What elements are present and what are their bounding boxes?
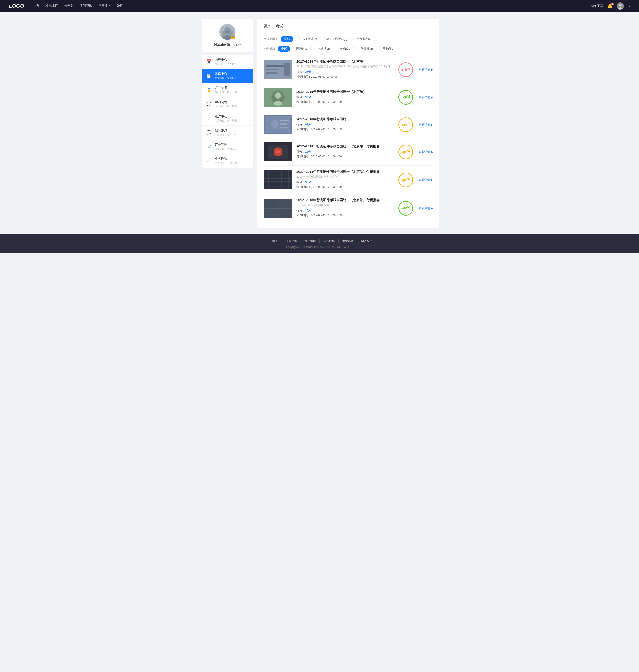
- footer-link-franchise[interactable]: 加盟代理: [282, 239, 301, 243]
- profile-edit-icon[interactable]: ✏: [238, 43, 241, 46]
- chevron-right-icon: ▶: [431, 96, 433, 99]
- svg-rect-31: [268, 170, 269, 189]
- footer-link-partner[interactable]: 合作伙伴: [320, 239, 339, 243]
- filter-type-all[interactable]: 全部: [281, 36, 293, 42]
- notification-bell[interactable]: 🔔 1: [607, 3, 613, 9]
- tab-exam[interactable]: 考试: [276, 24, 283, 32]
- exam-score-4: 得分：25分: [296, 150, 393, 154]
- exam-info-3: 2017–2018年行测证件考试全国统一 得分：99分 考试时间：2019-05…: [296, 117, 393, 132]
- filter-status-all[interactable]: 全部: [278, 46, 290, 52]
- nav-link-news[interactable]: 新闻资讯: [80, 4, 92, 9]
- footer-link-disclaimer[interactable]: 免费声明: [339, 239, 357, 243]
- exam-detail-link-5[interactable]: 查看详情 ▶: [419, 178, 433, 182]
- exam-title-4: 2017–2018年行测证件考试全国统一（北京卷）付费批卷: [296, 144, 393, 148]
- filter-status-label: 考试状态: [264, 47, 275, 51]
- exam-time-3: 考试时间：2019-05-03 10：09：09: [296, 127, 393, 131]
- exam-detail-link-1[interactable]: 查看详情 ▶: [419, 68, 433, 71]
- chevron-right-icon: ▶: [431, 207, 433, 210]
- avatar[interactable]: [617, 2, 624, 10]
- exam-stamp-wrap-6: 已批阅: [397, 201, 415, 215]
- exam-thumb-4: [264, 142, 293, 161]
- page-wrapper: 🏅 Natalie Smith ✏ 📅 课程中心 精彩课程，不容错过 📋 题库中…: [198, 19, 441, 227]
- msg-icon: 💭: [206, 130, 213, 135]
- nav-link-open-course[interactable]: 公开课: [64, 4, 74, 9]
- exam-desc-5: 2018年行测考试是最值得多去研究: [296, 175, 393, 179]
- question-icon: 📋: [206, 74, 213, 78]
- order-icon: 📄: [206, 144, 213, 149]
- exam-stamp-5: 待批阅: [397, 171, 415, 189]
- settings-icon: ⚙: [206, 159, 213, 163]
- footer-links: 关于我们 加盟代理 网站地图 合作伙伴 免费声明 招贤纳士: [0, 239, 639, 243]
- sidebar-item-qa[interactable]: 💬 学习问答 课后重温、疑难解答: [202, 97, 253, 111]
- account-icon: ♡: [206, 116, 213, 121]
- nav-link-exam[interactable]: 题库: [117, 4, 123, 9]
- exam-score-1: 得分：25分: [296, 70, 393, 74]
- exam-detail-link-4[interactable]: 查看详情 ▶: [419, 150, 433, 154]
- exam-stamp-wrap-1: 未通过: [397, 62, 415, 77]
- sidebar-item-account[interactable]: ♡ 账户中心 个人权益、实时掌握: [202, 111, 253, 126]
- user-menu-chevron[interactable]: ▾: [629, 4, 630, 7]
- filter-status-reviewed[interactable]: 已批阅(2): [379, 46, 398, 52]
- filter-status-pending-review[interactable]: 待批阅(2): [357, 46, 376, 52]
- exam-thumb-1: [264, 60, 293, 79]
- exam-stamp-6: 已批阅: [397, 199, 415, 217]
- footer-link-sitemap[interactable]: 网站地图: [301, 239, 320, 243]
- sidebar-item-cert[interactable]: 🏅 证书荣誉 收获荣誉、持证上岗: [202, 83, 253, 97]
- filter-type-row: 考试类型： 全部 证书类考试(4) 随机抽题考试(5) 付费批卷(6): [264, 36, 433, 42]
- exam-score-5: 得分：99分: [296, 180, 393, 184]
- svg-point-18: [271, 120, 279, 128]
- nav-link-home[interactable]: 首页: [33, 4, 39, 9]
- content-area: 题库 考试 考试类型： 全部 证书类考试(4) 随机抽题考试(5) 付费批卷(6…: [258, 19, 439, 227]
- exam-item: 2017–2018年行测证件考试全国统一（北京卷）付费批卷 2018年行测考试是…: [264, 166, 433, 194]
- exam-thumb-3: [264, 115, 293, 134]
- sidebar-item-order[interactable]: 📄 订单管理 订单支出、明明白白: [202, 140, 253, 154]
- svg-rect-8: [266, 65, 283, 67]
- exam-time-6: 考试时间：2019-05-03 10：09：09: [296, 213, 393, 217]
- exam-stamp-wrap-5: 待批阅: [397, 173, 415, 187]
- filter-type-paid[interactable]: 付费批卷(6): [353, 36, 375, 42]
- exam-detail-link-2[interactable]: 查看详情 ▶: [419, 95, 433, 99]
- exam-detail-link-6[interactable]: 查看详情 ▶: [419, 206, 433, 210]
- footer-link-recruit[interactable]: 招贤纳士: [357, 239, 376, 243]
- svg-rect-11: [283, 63, 290, 76]
- sidebar-item-msg[interactable]: 💭 我的消息 消息通知、及时了解: [202, 126, 253, 140]
- sidebar-item-settings[interactable]: ⚙ 个人设置 个人信息、一键管理: [202, 154, 253, 168]
- filter-status-passed[interactable]: 已通过(2): [293, 46, 312, 52]
- exam-thumb-6: [264, 199, 293, 218]
- filter-status-failed[interactable]: 未通过(2): [314, 46, 333, 52]
- profile-avatar-wrap: 🏅: [219, 24, 235, 40]
- svg-rect-25: [268, 145, 288, 159]
- chevron-right-icon: ▶: [431, 150, 433, 154]
- exam-info-1: 2017–2018年行测证件考试全国统一（北京卷） 2018年行测考试是最值得多…: [296, 60, 393, 80]
- profile-badge: 🏅: [231, 35, 235, 39]
- exam-info-2: 2017–2018年行测证件考试全国统一（北京卷） 得分：99分 考试时间：20…: [296, 90, 393, 105]
- svg-rect-42: [264, 209, 278, 218]
- filter-type-random[interactable]: 随机抽题考试(5): [323, 36, 350, 42]
- nav-more[interactable]: ···: [129, 4, 133, 9]
- sidebar-profile: 🏅 Natalie Smith ✏: [202, 19, 253, 52]
- exam-info-6: 2017–2018年行测证件考试全国统一（北京卷）付费批卷 2018年行测考试是…: [296, 198, 393, 218]
- tab-question-bank[interactable]: 题库: [264, 24, 271, 32]
- exam-detail-link-3[interactable]: 查看详情 ▶: [419, 123, 433, 127]
- sidebar-item-question[interactable]: 📋 题库中心 海量习题，助力通关: [202, 69, 253, 83]
- filter-type-cert[interactable]: 证书类考试(4): [296, 36, 321, 42]
- nav-link-qa[interactable]: 问答社区: [98, 4, 111, 9]
- nav-link-discover[interactable]: 发现课程: [46, 4, 58, 9]
- footer-link-about[interactable]: 关于我们: [263, 239, 282, 243]
- exam-title-2: 2017–2018年行测证件考试全国统一（北京卷）: [296, 90, 393, 94]
- filter-type-label: 考试类型：: [264, 37, 278, 41]
- svg-point-15: [274, 101, 282, 106]
- exam-desc-1: 2018年行测考试是最值得多去研究 2018年行测考试是最值得多去研究 2018…: [296, 65, 393, 68]
- exam-thumb-5: [264, 170, 293, 189]
- navbar: LOGO 首页 发现课程 公开课 新闻资讯 问答社区 题库 ··· APP下载 …: [0, 0, 639, 12]
- svg-rect-40: [264, 199, 278, 208]
- svg-rect-20: [280, 123, 287, 125]
- filter-status-pending[interactable]: 待考试(2): [336, 46, 355, 52]
- sidebar-item-course[interactable]: 📅 课程中心 精彩课程，不容错过: [202, 54, 253, 69]
- svg-rect-21: [280, 127, 288, 128]
- app-download-button[interactable]: APP下载: [591, 4, 603, 8]
- chevron-right-icon: ▶: [431, 123, 433, 126]
- chevron-right-icon: ▶: [431, 178, 433, 181]
- svg-point-1: [619, 4, 622, 6]
- sidebar-menu: 📅 课程中心 精彩课程，不容错过 📋 题库中心 海量习题，助力通关 🏅 证书荣誉…: [202, 54, 253, 168]
